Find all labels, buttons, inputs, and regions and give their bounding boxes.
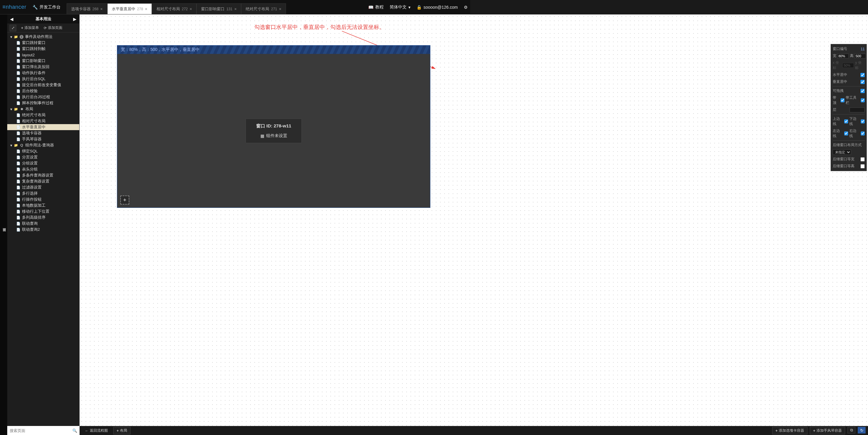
gear-icon: ⚙	[464, 5, 468, 10]
file-icon: 📄	[16, 77, 21, 81]
tree-item-label: 布局	[25, 106, 33, 112]
tree-item[interactable]: 📄提交后台前改变变量值	[7, 82, 79, 88]
canvas[interactable]: 勾选窗口水平居中，垂直居中，勾选后无法设置坐标。 宽：80%，高：500，水平居…	[80, 14, 470, 234]
tree-item[interactable]: 📄执行后台SQL	[7, 76, 79, 82]
tab[interactable]: 相对尺寸布局 272 ×	[152, 3, 196, 14]
tab[interactable]: 选项卡容器 268 ×	[67, 3, 107, 14]
tree-item[interactable]: 📄本地数据加工	[7, 202, 79, 208]
tree-item[interactable]: 📄分组设置	[7, 160, 79, 166]
expand-button[interactable]: ⤢	[10, 25, 16, 31]
tree-item[interactable]: 📄移动行上下位置	[7, 208, 79, 214]
tree-item-label: 绝对尺寸布局	[22, 112, 45, 118]
tree-item[interactable]: 📄联动查询2	[7, 227, 79, 233]
user-menu[interactable]: 🔒soooon@126.com	[416, 5, 458, 10]
back-icon[interactable]: ◀	[10, 17, 13, 22]
tree-item[interactable]: 📄窗口影响窗口	[7, 58, 79, 64]
tree-item-label: layout2	[22, 53, 35, 57]
tree-item[interactable]: 📄绝对尺寸布局	[7, 112, 79, 118]
tree-item[interactable]: 📄窗口跳转到帧	[7, 46, 79, 52]
add-page-button[interactable]: ⟳添加页面	[44, 25, 62, 30]
file-icon: 📄	[16, 155, 21, 159]
tree-item[interactable]: 📄动作执行条件	[7, 70, 79, 76]
tree-item-label: 联动查询2	[22, 227, 40, 232]
file-icon: 📄	[16, 222, 21, 226]
tab[interactable]: 窗口影响窗口 131 ×	[196, 3, 241, 14]
tree-item[interactable]: 📄layout2	[7, 52, 79, 58]
tree-item-label: 移动行上下位置	[22, 209, 50, 214]
tree-item[interactable]: 📄复杂查询器设置	[7, 178, 79, 185]
tree-item-label: 分组设置	[22, 161, 38, 166]
tree-item[interactable]: 📄手风琴容器	[7, 136, 79, 142]
tree-item-label: 动作执行条件	[22, 70, 45, 76]
file-icon: 📄	[16, 59, 21, 63]
tree-item-label: 执行后台SQL	[22, 76, 45, 81]
window-header[interactable]: 宽：80%，高：500，水平居中，垂直居中	[117, 45, 430, 54]
close-icon[interactable]: ×	[100, 7, 103, 11]
file-icon: 📄	[16, 113, 21, 117]
rail-item[interactable]: 页面管理	[1, 224, 7, 228]
tree-item-label: 本地数据加工	[22, 203, 45, 208]
tree-item[interactable]: 📄联动查询	[7, 221, 79, 227]
tree-item-label: 手风琴容器	[22, 136, 41, 142]
tab[interactable]: 绝对尺寸布局 271 ×	[241, 3, 286, 14]
play-icon[interactable]: ▶	[73, 17, 76, 22]
file-icon: 📄	[16, 173, 21, 177]
settings-button[interactable]: ⚙	[464, 5, 468, 10]
tree-item[interactable]: 📄多条件查询器设置	[7, 172, 79, 178]
tree-item[interactable]: 📄窗口跳转窗口	[7, 40, 79, 46]
tree-item[interactable]: 📄多列高级排序	[7, 214, 79, 221]
tree-folder[interactable]: ▾📁Q组件用法-查询器	[7, 142, 79, 148]
book-icon: 📖	[368, 5, 373, 10]
file-icon: 📄	[16, 209, 21, 213]
grid-icon: ▦	[260, 133, 264, 138]
file-icon: 📄	[16, 89, 21, 93]
file-icon: 📄	[16, 191, 21, 196]
search-icon: Q	[20, 143, 24, 147]
tree-item-label: 多列高级排序	[22, 215, 45, 220]
folder-icon: 📁	[14, 107, 18, 111]
file-icon: 📄	[16, 179, 21, 183]
tab[interactable]: 水平垂直居中 278 ×	[107, 3, 152, 14]
tree-item[interactable]: 📄表头分组	[7, 166, 79, 172]
workbench-link[interactable]: 🔧 开发工作台	[33, 4, 61, 10]
tutorial-link[interactable]: 📖教程	[368, 4, 384, 10]
tree-item[interactable]: 📄多行选择	[7, 190, 79, 196]
tree-item-label: 相对尺寸布局	[22, 119, 45, 124]
tree-item[interactable]: 📄窗口弹出及按回	[7, 64, 79, 70]
tree-item[interactable]: 📄过滤器设置	[7, 185, 79, 190]
tree-folder[interactable]: ▾📁✱布局	[7, 106, 79, 112]
file-icon: 📄	[16, 161, 21, 165]
file-icon: 📄	[16, 197, 21, 202]
file-icon: 📄	[16, 65, 21, 69]
tree-item[interactable]: 📄绑定SQL	[7, 148, 79, 154]
caret-down-icon: ▾	[408, 5, 410, 10]
caret-down-icon: ▾	[10, 35, 12, 39]
tree-item[interactable]: 📄后台校验	[7, 88, 79, 94]
language-selector[interactable]: 简体中文▾	[390, 4, 410, 10]
tree-item[interactable]: 📄分页设置	[7, 154, 79, 160]
window-placeholder[interactable]: 窗口 ID: 278-w11 ▦组件未设置	[246, 119, 302, 143]
tree-item-label: 脚本控制事件过程	[22, 100, 53, 106]
file-icon: 📄	[16, 53, 21, 57]
close-icon[interactable]: ×	[279, 7, 281, 11]
tree-folder[interactable]: ▾📁i事件及动作用法	[7, 34, 79, 40]
close-icon[interactable]: ×	[145, 7, 147, 11]
window-frame[interactable]: 宽：80%，高：500，水平居中，垂直居中 窗口 ID: 278-w11 ▦组件…	[117, 45, 430, 208]
tree-item[interactable]: 📄行操作按钮	[7, 196, 79, 202]
tree-item[interactable]: 📄选项卡容器	[7, 130, 79, 136]
tree-item-label: 多行选择	[22, 191, 38, 196]
close-icon[interactable]: ×	[190, 7, 192, 11]
add-menu-button[interactable]: +添加菜单	[21, 25, 39, 30]
tree-item-label: 选项卡容器	[22, 130, 41, 136]
window-unset-label: ▦组件未设置	[256, 133, 291, 139]
tree-item[interactable]: 📄执行后台JS过程	[7, 94, 79, 100]
info-icon: i	[20, 35, 24, 39]
tab-bar: 选项卡容器 268 ×水平垂直居中 278 ×相对尺寸布局 272 ×窗口影响窗…	[67, 0, 286, 14]
sidebar-toolbar: ⤢ +添加菜单 ⟳添加页面	[7, 24, 79, 33]
add-widget-button[interactable]: +	[120, 196, 129, 205]
close-icon[interactable]: ×	[234, 7, 237, 11]
window-body[interactable]: 窗口 ID: 278-w11 ▦组件未设置 +	[117, 54, 430, 207]
tree-item[interactable]: 📄相对尺寸布局	[7, 118, 79, 124]
tree-item[interactable]: 📄脚本控制事件过程	[7, 100, 79, 106]
tree-item[interactable]: 📄水平垂直居中	[7, 124, 79, 130]
